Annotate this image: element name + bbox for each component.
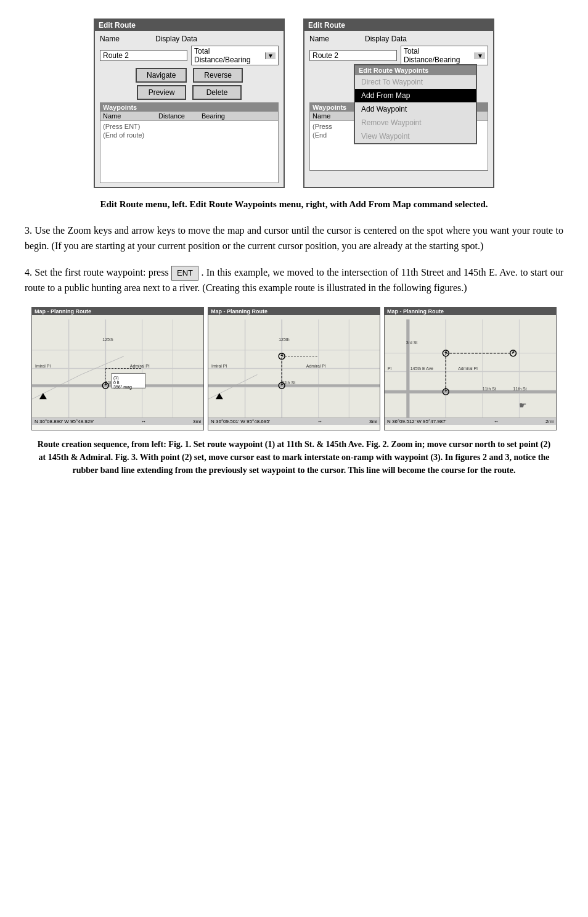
left-wp-row-2: (End of route): [103, 131, 276, 139]
right-dialog: Edit Route Name Display Data Route 2 Tot…: [303, 19, 494, 188]
left-wp-row-1: (Press ENT): [103, 122, 276, 131]
left-reverse-btn[interactable]: Reverse: [193, 68, 243, 83]
svg-text:Admiral Pl: Admiral Pl: [306, 363, 326, 368]
map2: Map - Planning Route 11th St Imiral Pl A…: [208, 307, 380, 430]
dropdown-add-from-map[interactable]: Add From Map: [355, 89, 476, 102]
edit-route-waypoints-dropdown: Edit Route Waypoints Direct To Waypoint …: [354, 64, 477, 144]
left-navigate-btn[interactable]: Navigate: [136, 68, 187, 83]
left-select-arrow: ▼: [265, 52, 276, 59]
map3-status: N 36°09.512' W 95°47.987' ↔ 2mi: [385, 417, 556, 425]
map1-status: N 36°08.890' W 95°48.929' ↔ 3mi: [32, 417, 203, 425]
dropdown-remove-waypoint[interactable]: Remove Waypoint: [355, 116, 476, 130]
dropdown-view-waypoint[interactable]: View Waypoint: [355, 130, 476, 143]
svg-text:Admiral Pl: Admiral Pl: [130, 363, 150, 368]
svg-text:3rd St: 3rd St: [406, 340, 418, 345]
left-route-name-input[interactable]: Route 2: [100, 50, 187, 61]
svg-rect-0: [32, 319, 203, 421]
map3-title: Map - Planning Route: [385, 308, 556, 315]
svg-text:Imiral Pl: Imiral Pl: [35, 363, 51, 368]
map2-status: N 36°09.501' W 95°48.695' ↔ 3mi: [208, 417, 380, 425]
svg-text:Imiral Pl: Imiral Pl: [211, 363, 227, 368]
right-route-name-input[interactable]: Route 2: [309, 50, 397, 61]
map1-title: Map - Planning Route: [32, 308, 203, 315]
left-preview-btn[interactable]: Preview: [137, 85, 186, 100]
left-name-label: Name: [100, 35, 155, 43]
right-name-label: Name: [309, 35, 365, 43]
paragraph4: 4. Set the first route waypoint: press E…: [25, 265, 563, 296]
left-wp-bearing-col: Bearing: [202, 112, 239, 120]
left-waypoints-header: Waypoints: [100, 103, 278, 112]
left-wp-name-col: Name: [103, 112, 158, 120]
left-waypoints-section: Waypoints Name Distance Bearing (Press E…: [100, 102, 279, 183]
left-waypoints-body: (Press ENT) (End of route): [100, 121, 278, 183]
dropdown-title: Edit Route Waypoints: [355, 65, 476, 75]
map2-title: Map - Planning Route: [208, 308, 380, 315]
dialogs-section: Edit Route Name Display Data Route 2 Tot…: [25, 19, 563, 188]
ent-key-button[interactable]: ENT: [171, 266, 198, 281]
right-select-arrow: ▼: [475, 52, 485, 59]
dropdown-add-waypoint[interactable]: Add Waypoint: [355, 102, 476, 116]
right-display-select[interactable]: Total Distance/Bearing ▼: [401, 46, 488, 65]
map3: Map - Planning Route Pl Admiral Pl 3rd: [384, 307, 557, 430]
maps-section: Map - Planning Route 11th St: [25, 307, 563, 430]
svg-text:125th: 125th: [279, 337, 290, 342]
svg-text:11th St: 11th St: [483, 387, 496, 391]
left-dialog: Edit Route Name Display Data Route 2 Tot…: [94, 19, 285, 188]
left-delete-btn[interactable]: Delete: [192, 85, 242, 100]
svg-text:11th St: 11th St: [513, 387, 527, 391]
right-dialog-title: Edit Route: [304, 20, 493, 31]
svg-text:0 ft: 0 ft: [113, 380, 120, 385]
map1-body: 11th St Imiral Pl Admiral Pl 125th 1 (1)…: [32, 315, 203, 425]
svg-rect-24: [208, 319, 380, 421]
paragraph4-pre: 4. Set the first route waypoint: press: [25, 267, 169, 278]
right-display-label: Display Data: [365, 35, 407, 43]
svg-text:1: 1: [104, 380, 107, 386]
svg-text:☛: ☛: [519, 400, 527, 410]
left-display-label: Display Data: [155, 35, 197, 43]
map3-body: Pl Admiral Pl 3rd St 145th E Ave 11th St…: [385, 315, 556, 425]
left-dialog-title: Edit Route: [95, 20, 284, 31]
map2-body: 11th St Imiral Pl Admiral Pl 125th 1 2 N…: [208, 315, 380, 425]
left-wp-distance-col: Distance: [158, 112, 202, 120]
svg-text:125th: 125th: [102, 337, 113, 342]
dropdown-direct-to-waypoint[interactable]: Direct To Waypoint: [355, 75, 476, 89]
svg-text:Pl: Pl: [388, 366, 392, 371]
svg-text:(1): (1): [113, 376, 118, 380]
caption2: Route creation sequence, from left: Fig.…: [37, 438, 551, 477]
paragraph3: 3. Use the Zoom keys and arrow keys to m…: [25, 223, 563, 254]
left-waypoints-cols: Name Distance Bearing: [100, 112, 278, 121]
svg-text:Admiral Pl: Admiral Pl: [458, 366, 478, 371]
left-display-select[interactable]: Total Distance/Bearing ▼: [191, 46, 279, 65]
caption1: Edit Route menu, left. Edit Route Waypoi…: [37, 198, 551, 211]
svg-text:145th E Ave: 145th E Ave: [410, 366, 433, 371]
map1: Map - Planning Route 11th St: [31, 307, 204, 430]
svg-text:356° mag: 356° mag: [113, 385, 132, 390]
